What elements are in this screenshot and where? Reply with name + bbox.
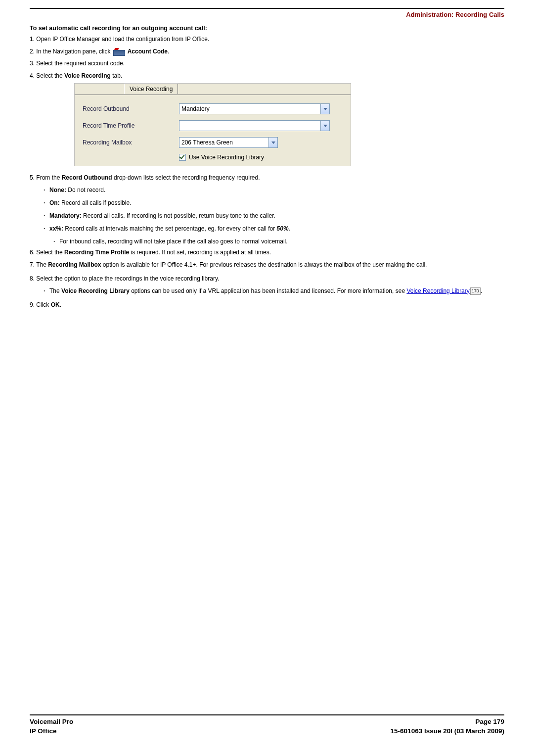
bullet-vrl-c: options can be used only if a VRL applic… [130,287,407,294]
footer-right-2: 15-601063 Issue 20l (03 March 2009) [391,727,504,736]
recording-mailbox-dropdown[interactable]: 206 Theresa Green [179,137,278,148]
step-list: 1. Open IP Office Manager and load the c… [30,35,504,309]
use-vrl-checkbox[interactable] [179,154,186,161]
step-9-text-c: . [60,301,61,308]
bullet-percent-bold: xx%: [49,225,63,232]
recording-mailbox-value: 206 Theresa Green [181,139,233,146]
bullet-on-text: Record all calls if possible. [60,199,132,206]
step-1: 1. Open IP Office Manager and load the c… [30,35,504,44]
step-1-text: 1. Open IP Office Manager and load the c… [30,36,209,43]
dropdown-button-icon[interactable] [320,104,329,114]
step-9-text-a: 9. Click [30,301,51,308]
voice-recording-library-link[interactable]: Voice Recording Library [406,287,469,294]
recording-mailbox-label: Recording Mailbox [83,139,179,146]
record-outbound-row: Record Outbound Mandatory [83,103,343,114]
step-2: 2. In the Navigation pane, click Account… [30,47,504,56]
step-4: 4. Select the Voice Recording tab. [30,71,504,81]
record-time-profile-row: Record Time Profile [83,120,343,131]
step-3-text: 3. Select the required account code. [30,60,125,67]
section-title: To set automatic call recording for an o… [30,25,504,32]
step-6-text-c: is required. If not set, recording is ap… [129,249,271,256]
step-7-bold: Recording Mailbox [48,261,101,268]
page-footer: Voicemail Pro Page 179 IP Office 15-6010… [30,714,504,736]
bullet-vrl-a: The [49,287,61,294]
bullet-mandatory-bold: Mandatory: [49,212,82,219]
step-4-text-a: 4. Select the [30,72,64,79]
record-outbound-value: Mandatory [181,105,210,112]
step-7-text-a: 7. The [30,261,48,268]
step-8-text: 8. Select the option to place the record… [30,275,219,282]
step-5-sub-bullets: For inbound calls, recording will not ta… [53,237,504,246]
step-2-text-c: . [168,48,169,55]
bullet-on-bold: On: [49,199,60,206]
step-5-text-c: drop-down lists select the recording fre… [112,174,260,181]
footer-right-1: Page 179 [475,717,504,727]
bullet-percent-text: Record calls at intervals matching the s… [63,225,277,232]
bullet-on: On: Record all calls if possible. [44,198,504,207]
step-5: 5. From the Record Outbound drop-down li… [30,173,504,183]
bullet-percent-dot: . [289,225,290,232]
recording-mailbox-row: Recording Mailbox 206 Theresa Green [83,137,343,148]
record-time-profile-label: Record Time Profile [83,122,179,129]
step-2-bold: Account Code [126,48,168,55]
bullet-mandatory: Mandatory: Record all calls. If recordin… [44,211,504,220]
record-outbound-dropdown[interactable]: Mandatory [179,103,330,114]
record-outbound-label: Record Outbound [83,105,179,112]
footer-row-1: Voicemail Pro Page 179 [30,717,504,727]
header-rule: Administration: Recording Calls [30,8,504,9]
use-vrl-label: Use Voice Recording Library [189,154,264,161]
voice-recording-panel: Voice Recording Record Outbound Mandator… [74,83,351,166]
step-5-text-a: 5. From the [30,174,62,181]
header-breadcrumb: Administration: Recording Calls [406,11,504,18]
step-7-text-c: option is available for IP Office 4.1+. … [101,261,427,268]
step-4-bold: Voice Recording [64,72,111,79]
footer-left-2: IP Office [30,727,57,736]
account-code-icon [113,48,125,55]
bullet-percent-val: 50% [277,225,289,232]
sub-bullet-inbound-text: For inbound calls, recording will not ta… [59,238,288,245]
step-5-bullets: None: Do not record. On: Record all call… [44,186,504,233]
bullet-vrl-d: . [481,287,482,294]
step-6-text-a: 6. Select the [30,249,64,256]
bullet-none-bold: None: [49,187,66,193]
footer-row-2: IP Office 15-601063 Issue 20l (03 March … [30,727,504,736]
bullet-mandatory-text: Record all calls. If recording is not po… [82,212,275,219]
step-9: 9. Click OK. [30,300,504,310]
footer-left-1: Voicemail Pro [30,717,73,727]
bullet-vrl: The Voice Recording Library options can … [44,286,504,295]
footer-rule [30,714,504,715]
voice-recording-tab[interactable]: Voice Recording [124,84,178,94]
tab-underline [75,94,351,95]
step-5-bold: Record Outbound [62,174,112,181]
bullet-vrl-bold: Voice Recording Library [61,287,130,294]
record-time-profile-dropdown[interactable] [179,120,330,131]
dropdown-button-icon[interactable] [268,138,277,147]
step-8: 8. Select the option to place the record… [30,274,504,284]
bullet-percent: xx%: Record calls at intervals matching … [44,224,504,233]
step-7: 7. The Recording Mailbox option is avail… [30,260,504,270]
bullet-none-text: Do not record. [66,187,105,193]
step-4-text-c: tab. [111,72,122,79]
step-6: 6. Select the Recording Time Profile is … [30,248,504,257]
step-3: 3. Select the required account code. [30,59,504,68]
bullet-none: None: Do not record. [44,186,504,194]
dropdown-button-icon[interactable] [320,121,329,131]
step-6-bold: Recording Time Profile [64,249,129,256]
sub-bullet-inbound: For inbound calls, recording will not ta… [53,237,504,246]
step-2-text-a: 2. In the Navigation pane, click [30,48,112,55]
page-ref-170: 170 [470,287,481,295]
use-vrl-row: Use Voice Recording Library [179,154,343,161]
step-8-bullets: The Voice Recording Library options can … [44,286,504,295]
step-9-bold: OK [51,301,60,308]
